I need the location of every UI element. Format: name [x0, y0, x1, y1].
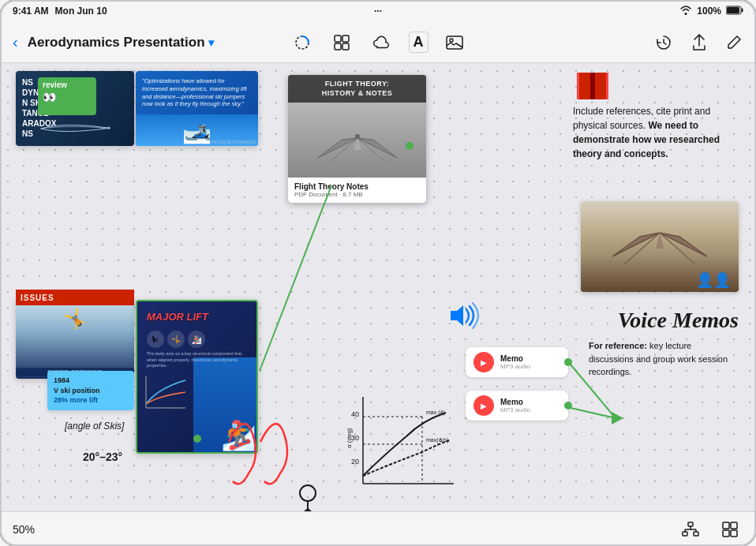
toolbar-center: A — [289, 31, 468, 54]
browse-button[interactable] — [328, 31, 355, 54]
memo-sub-2: MP3 audio — [500, 406, 560, 413]
flight-theory-card[interactable]: FLIGHT THEORY:HISTORY & NOTES Flight The… — [288, 75, 426, 203]
tree-view-button[interactable] — [677, 518, 704, 540]
svg-rect-1 — [742, 8, 743, 12]
svg-text:20: 20 — [351, 458, 359, 466]
svg-rect-2 — [727, 7, 739, 13]
svg-rect-38 — [694, 532, 698, 536]
note-card: Include references, cite print and physi… — [573, 71, 739, 161]
slide-major-lift[interactable]: MAJOR LIFT ⛷ 🤸 🏂 The body acts as a key … — [136, 300, 258, 454]
bottom-bar: 50% — [0, 511, 756, 546]
grid-view-button[interactable] — [717, 518, 743, 541]
edit-button[interactable] — [721, 32, 747, 54]
circle-skier-2: 🤸 — [167, 331, 185, 348]
memo-sub-1: MP3 audio — [500, 363, 560, 370]
status-bar: 9:41 AM Mon Jun 10 ··· 100% — [0, 0, 756, 22]
svg-rect-24 — [606, 73, 608, 99]
svg-text:max(α̇/s): max(α̇/s) — [426, 437, 448, 443]
note-card-text: Include references, cite print and physi… — [573, 104, 739, 161]
flight-theory-label-title: Flight Theory Notes — [294, 182, 420, 191]
slide-ski-jumper[interactable]: 🤸 PHYSIQUE · BIOMECANIQUE — [16, 300, 134, 379]
svg-rect-6 — [335, 43, 341, 50]
battery-display: 100% — [697, 6, 721, 17]
memo-info-1: Memo MP3 audio — [500, 354, 560, 370]
issues-strip: ISSUES — [16, 290, 134, 305]
document-title[interactable]: Aerodynamics Presentation ▾ — [28, 35, 214, 50]
connector-dot-memo1 — [564, 358, 572, 366]
image-button[interactable] — [441, 32, 468, 54]
date-display: Mon Jun 10 — [55, 6, 107, 17]
ski-sticky[interactable]: 1984 V ski position 28% more lift — [47, 371, 134, 410]
memo-card-1[interactable]: ▶ Memo MP3 audio — [466, 347, 568, 377]
memo-play-button-1[interactable]: ▶ — [473, 352, 494, 372]
svg-rect-46 — [731, 530, 737, 537]
share-button[interactable] — [687, 31, 712, 54]
svg-line-10 — [260, 185, 331, 371]
status-bar-left: 9:41 AM Mon Jun 10 — [13, 6, 107, 17]
wifi-icon — [679, 6, 692, 17]
dots-indicator: ··· — [374, 6, 382, 17]
svg-point-9 — [450, 39, 453, 42]
review-sticky[interactable]: review 👀 — [38, 77, 96, 115]
connector-dot-flight-theory — [406, 142, 414, 150]
voice-memos-description: For reference: key lecture discussions a… — [589, 339, 739, 379]
battery-icon — [726, 6, 743, 17]
text-button[interactable]: A — [409, 32, 429, 53]
flight-theory-title: FLIGHT THEORY:HISTORY & NOTES — [293, 80, 421, 98]
graph-area: 40 30 20 α (deg) max (4) max(α̇/s) — [343, 393, 454, 496]
flight-theory-label-sub: PDF Document · 8.7 MB — [294, 191, 420, 198]
toolbar-left: ‹ Aerodynamics Presentation ▾ — [9, 30, 289, 54]
bottom-icons — [677, 518, 743, 541]
angle-label: [angle of Skis] — [65, 418, 124, 432]
slide-quote[interactable]: "Optimizations have allowed for increase… — [136, 71, 258, 146]
status-bar-center: ··· — [374, 6, 382, 17]
svg-text:α (deg): α (deg) — [346, 428, 353, 448]
major-lift-title: MAJOR LIFT — [142, 306, 252, 327]
slide-quote-text: "Optimizations have allowed for increase… — [136, 71, 258, 114]
svg-rect-23 — [577, 73, 579, 99]
svg-rect-45 — [723, 530, 729, 537]
svg-rect-44 — [731, 522, 737, 529]
lasso-tool-button[interactable] — [289, 31, 316, 54]
svg-rect-4 — [335, 36, 341, 42]
major-lift-body: The body acts as a key structural compon… — [142, 351, 252, 369]
time-display: 9:41 AM — [13, 6, 49, 17]
zoom-level: 50% — [13, 523, 35, 536]
slide4-circles: ⛷ 🤸 🏂 — [142, 327, 252, 351]
toolbar-right — [468, 31, 747, 54]
angle-value: 20°–23° — [83, 450, 122, 464]
cloud-button[interactable] — [368, 32, 396, 53]
issues-text: ISSUES — [21, 294, 54, 302]
back-button[interactable]: ‹ — [9, 30, 21, 54]
review-eyes: 👀 — [43, 91, 92, 103]
memo-info-2: Memo MP3 audio — [500, 398, 560, 413]
circle-skier-3: 🏂 — [188, 331, 205, 348]
ski-sticky-year: 1984 V ski position 28% more lift — [54, 376, 128, 406]
history-button[interactable] — [650, 31, 677, 54]
toolbar: ‹ Aerodynamics Presentation ▾ — [0, 22, 756, 63]
canvas: NS DYNAMICS N SKIS TANCE ARADOX NS "Opti… — [0, 63, 756, 511]
svg-text:40: 40 — [351, 410, 359, 418]
svg-marker-16 — [108, 126, 110, 129]
connector-dot-memo2 — [564, 402, 572, 410]
memo-title-2: Memo — [500, 398, 560, 406]
svg-rect-8 — [447, 36, 462, 49]
memo-play-button-2[interactable]: ▶ — [473, 395, 494, 416]
title-chevron: ▾ — [208, 36, 214, 49]
voice-memos-title: Voice Memos — [618, 308, 739, 334]
connector-dot-slide4 — [193, 435, 201, 443]
svg-rect-36 — [688, 522, 693, 526]
audio-icon-area — [442, 300, 481, 331]
review-label: review — [43, 80, 92, 89]
historical-photo[interactable]: 👤👤 — [581, 201, 739, 292]
svg-marker-13 — [612, 412, 623, 424]
flight-theory-image: FLIGHT THEORY:HISTORY & NOTES — [288, 75, 426, 178]
speaker-icon — [444, 300, 479, 331]
svg-rect-43 — [723, 522, 729, 529]
memo-title-1: Memo — [500, 354, 560, 363]
svg-line-12 — [571, 408, 616, 418]
memo-card-2[interactable]: ▶ Memo MP3 audio — [466, 391, 568, 421]
circle-skier-1: ⛷ — [147, 331, 164, 348]
svg-rect-5 — [342, 36, 349, 42]
svg-point-14 — [300, 485, 316, 501]
